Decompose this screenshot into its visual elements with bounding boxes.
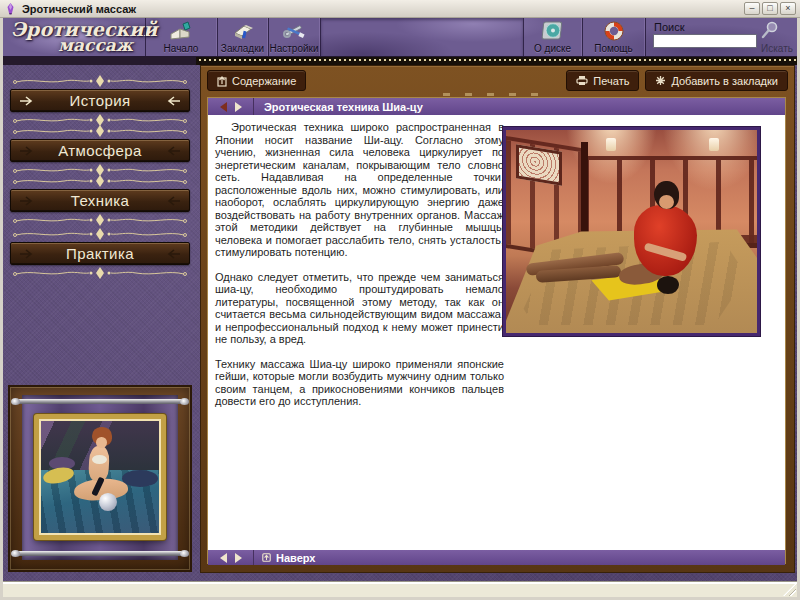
resize-grip[interactable]: [783, 583, 796, 596]
window-title: Эротический массаж: [22, 3, 742, 15]
toolbar-spacer: [320, 18, 523, 56]
toolbar-start-label: Начало: [164, 43, 199, 54]
main-toolbar: Эротический массаж Начало: [3, 18, 797, 57]
article-nav-arrows: [208, 98, 254, 115]
article-body: Эротическая техника широко распространен…: [208, 115, 785, 550]
close-button[interactable]: ×: [780, 2, 796, 15]
arrow-left-icon: [167, 96, 181, 106]
printer-icon: [576, 75, 588, 86]
sidebar-item-label: Атмосфера: [58, 142, 142, 159]
back-to-top-link[interactable]: Наверх: [276, 552, 316, 564]
next-page-arrow[interactable]: [235, 102, 242, 112]
up-home-icon: [262, 553, 271, 562]
bookmarks-book-icon: [230, 19, 256, 43]
minimize-button[interactable]: –: [744, 2, 760, 15]
arrow-right-icon: [19, 96, 33, 106]
flower-icon: [4, 2, 17, 15]
open-book-icon: [167, 19, 195, 43]
flourish-ornament: [10, 214, 190, 226]
wall-lamp: [709, 138, 719, 151]
paragraph: Однако следует отметить, что прежде чем …: [215, 271, 504, 346]
sidebar-nav: История Атмосфера Техника: [3, 65, 200, 582]
maximize-button[interactable]: □: [762, 2, 778, 15]
arrow-left-icon: [167, 146, 181, 156]
prev-page-arrow[interactable]: [220, 553, 227, 563]
wall-lamp: [606, 138, 616, 151]
add-bookmark-button[interactable]: Добавить в закладки: [645, 70, 788, 91]
flourish-ornament: [10, 75, 190, 87]
sidebar-group-history: История: [10, 75, 190, 126]
article-image[interactable]: [503, 127, 760, 336]
sidebar-item-label: История: [70, 92, 131, 109]
search-go-button[interactable]: Искать: [759, 20, 793, 54]
titlebar[interactable]: Эротический массаж – □ ×: [0, 0, 800, 18]
add-bookmark-label: Добавить в закладки: [671, 75, 778, 87]
flourish-ornament: [10, 267, 190, 279]
article-bottom-bar: Наверх: [208, 550, 785, 565]
sidebar-photo: [41, 421, 159, 533]
app-window: Эротический массаж – □ × Эротический мас…: [0, 0, 800, 600]
flourish-ornament: [10, 125, 190, 137]
toolbar-about-disc-button[interactable]: О диске: [523, 18, 582, 56]
contents-label: Содержание: [232, 75, 296, 87]
app-background: Эротический массаж Начало: [3, 18, 797, 582]
frame-rod: [14, 551, 186, 556]
article-text: Эротическая техника широко распространен…: [215, 121, 504, 420]
arrow-right-icon: [19, 249, 33, 259]
search-label: Поиск: [654, 21, 684, 33]
paragraph: Эротическая техника широко распространен…: [215, 121, 504, 259]
sidebar-item-technique[interactable]: Техника: [10, 189, 190, 212]
toolbar-about-disc-label: О диске: [534, 43, 571, 54]
article-panel: Эротическая техника Шиа-цу Эротическая т…: [207, 97, 786, 564]
search-go-label: Искать: [761, 43, 793, 54]
sidebar-group-practice: Практика: [10, 228, 190, 279]
toolbar-settings-label: Настройки: [269, 43, 318, 54]
page-up-icon: [217, 75, 227, 87]
app-logo: Эротический массаж: [3, 18, 145, 56]
sidebar-item-label: Техника: [71, 192, 130, 209]
flourish-ornament: [10, 175, 190, 187]
flourish-ornament: [10, 228, 190, 240]
bottom-nav-arrows: [208, 550, 254, 565]
arrow-left-icon: [167, 249, 181, 259]
sidebar-group-technique: Техника: [10, 175, 190, 226]
lifebuoy-icon: [602, 19, 626, 43]
contents-button[interactable]: Содержание: [207, 70, 306, 91]
article-title: Эротическая техника Шиа-цу: [254, 101, 423, 113]
toolbar-help-button[interactable]: Помощь: [582, 18, 645, 56]
tools-icon: [281, 19, 307, 43]
toolbar-help-label: Помощь: [594, 43, 633, 54]
print-button[interactable]: Печать: [566, 70, 639, 91]
arrow-right-icon: [19, 196, 33, 206]
content-toolbar: Содержание Печать: [207, 70, 788, 91]
gold-frame: [34, 414, 166, 540]
sidebar-group-atmosphere: Атмосфера: [10, 125, 190, 176]
toolbar-bookmarks-label: Закладки: [221, 43, 264, 54]
status-bar: [3, 582, 797, 597]
asterisk-bookmark-icon: [655, 75, 666, 86]
article-title-bar: Эротическая техника Шиа-цу: [208, 98, 785, 115]
magnifier-icon: [759, 20, 781, 40]
toolbar-start-button[interactable]: Начало: [145, 18, 217, 56]
toolbar-settings-button[interactable]: Настройки: [268, 18, 320, 56]
dotted-separator: [3, 57, 797, 65]
toolbar-bookmarks-button[interactable]: Закладки: [217, 18, 268, 56]
search-input[interactable]: [653, 34, 757, 48]
sidebar-item-atmosphere[interactable]: Атмосфера: [10, 139, 190, 162]
paragraph: Технику массажа Шиа-цу широко применяли …: [215, 358, 504, 408]
next-page-arrow[interactable]: [235, 553, 242, 563]
search-panel: Поиск Искать: [645, 18, 797, 56]
sidebar-item-practice[interactable]: Практика: [10, 242, 190, 265]
sidebar-item-label: Практика: [66, 245, 134, 262]
prev-page-arrow[interactable]: [220, 102, 227, 112]
cd-disc-icon: [540, 19, 566, 43]
ornament-dashes: [443, 93, 553, 96]
content-panel: Содержание Печать: [200, 65, 795, 573]
arrow-right-icon: [19, 146, 33, 156]
sidebar-item-history[interactable]: История: [10, 89, 190, 112]
arrow-left-icon: [167, 196, 181, 206]
print-label: Печать: [593, 75, 629, 87]
decorative-photo-frame: [8, 385, 192, 572]
frame-rod: [14, 399, 186, 404]
